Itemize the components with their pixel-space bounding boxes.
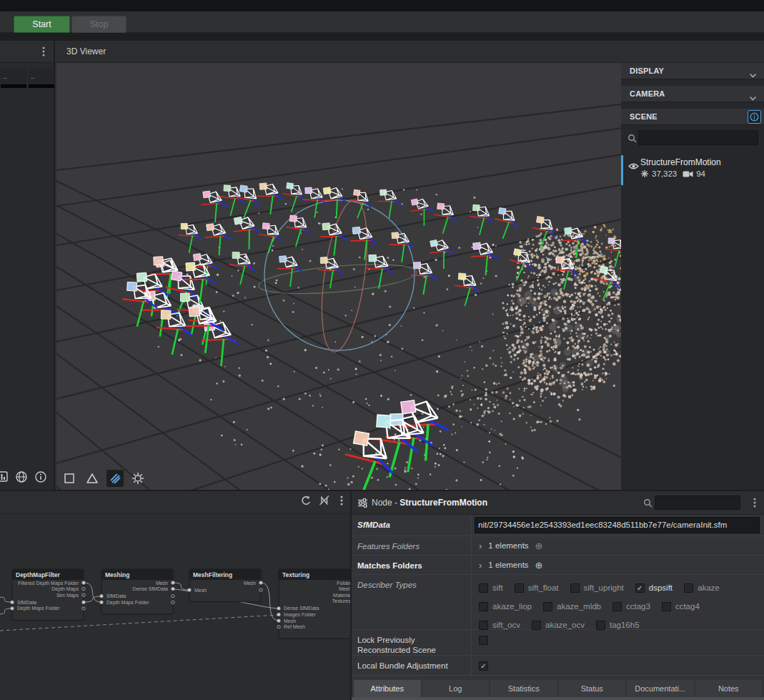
describer-label-akaze_mldb: akaze_mldb: [557, 602, 601, 611]
describer-checkbox-akaze_mldb[interactable]: [543, 602, 552, 611]
svg-text:Folder: Folder: [337, 581, 350, 586]
gallery-thumbnail[interactable]: --: [1, 69, 26, 88]
main-toolbar: Start Stop: [0, 11, 764, 33]
describer-checkbox-dspsift[interactable]: ✓: [635, 583, 645, 593]
stop-button[interactable]: Stop: [71, 16, 126, 33]
svg-text:Mesh: Mesh: [339, 586, 350, 591]
describer-label-akaze_ocv: akaze_ocv: [545, 621, 585, 629]
mesh-toggle-icon[interactable]: [84, 470, 101, 487]
add-element-icon[interactable]: ⊕: [535, 560, 543, 571]
svg-text:Depth Maps Folder: Depth Maps Folder: [17, 606, 60, 611]
texture-toggle-icon[interactable]: [106, 470, 124, 487]
image-metadata-icon[interactable]: [0, 470, 9, 486]
add-element-icon[interactable]: ⊕: [535, 541, 543, 551]
svg-text:Dense SfMData: Dense SfMData: [284, 606, 319, 611]
svg-text:Textures: Textures: [332, 598, 350, 603]
chevron-down-icon: [749, 69, 757, 82]
graph-menu-icon[interactable]: [337, 495, 346, 509]
tab-notes[interactable]: Notes: [695, 680, 763, 697]
start-button[interactable]: Start: [14, 16, 70, 33]
attribute-row-describer-types: Describer Types siftsift_floatsift_uprig…: [352, 575, 764, 630]
describer-checkbox-sift_upright[interactable]: [570, 583, 580, 593]
describer-checkbox-akaze[interactable]: [684, 583, 693, 593]
viewer-header: 3D Viewer: [56, 41, 764, 63]
scene-info-button[interactable]: [748, 110, 761, 124]
globe-icon[interactable]: [15, 470, 28, 486]
display-section-header[interactable]: DISPLAY: [621, 63, 764, 79]
graph-node-Meshing[interactable]: MeshingMeshDense SfMDataSfMDataDepth Map…: [100, 569, 174, 614]
describer-checkbox-cctag4[interactable]: [662, 602, 671, 611]
node-attribute-panel: Node - StructureFromMotion SfMData nit/2…: [350, 491, 764, 700]
describer-label-cctag3: cctag3: [626, 602, 650, 611]
attribute-row-lock-scene: Lock Previously Reconstructed Scene: [352, 630, 764, 656]
render-settings-icon[interactable]: [129, 470, 147, 487]
sfmdata-path-field[interactable]: nit/29734456e1e2543393ed1eec83248d511bb7…: [475, 517, 760, 533]
attribute-search-input[interactable]: [655, 496, 740, 510]
media-item-name: StructureFromMotion: [640, 157, 721, 167]
camera-section-header[interactable]: CAMERA: [621, 86, 764, 102]
attribute-row-features-folders: Features Folders › 1 elements ⊕: [352, 536, 764, 556]
expand-chevron-icon[interactable]: ›: [479, 541, 482, 551]
visibility-eye-icon[interactable]: [628, 160, 639, 173]
graph-node-MeshFiltering[interactable]: MeshFilteringMeshMesh: [188, 569, 262, 602]
describer-checkbox-cctag3[interactable]: [612, 602, 622, 611]
image-gallery-header: [0, 41, 54, 63]
svg-text:DepthMapFilter: DepthMapFilter: [16, 571, 61, 578]
describer-checkbox-sift[interactable]: [479, 583, 488, 593]
camera-section-label: CAMERA: [630, 89, 665, 98]
local-bundle-checkbox[interactable]: ✓: [479, 661, 488, 671]
svg-text:MeshFiltering: MeshFiltering: [193, 571, 232, 578]
svg-text:Dense SfMData: Dense SfMData: [133, 586, 169, 591]
lock-scene-checkbox[interactable]: [479, 636, 488, 645]
graph-node-DepthMapFilter[interactable]: DepthMapFilterFiltered Depth Maps Folder…: [11, 569, 85, 621]
attribute-row-matches-folders: Matches Folders › 1 elements ⊕: [352, 556, 764, 575]
describer-checkbox-akaze_liop[interactable]: [479, 602, 488, 611]
svg-text:Texturing: Texturing: [282, 571, 309, 578]
toolbar-gap: [0, 33, 764, 41]
graph-node-Texturing[interactable]: TexturingFolderMeshMaterialTexturesDense…: [277, 569, 350, 639]
describer-label-sift: sift: [492, 583, 503, 592]
3d-viewport[interactable]: [56, 63, 621, 490]
scene-section-header[interactable]: SCENE: [621, 109, 764, 125]
describer-checkbox-akaze_ocv[interactable]: [532, 621, 541, 630]
elements-count: 1 elements: [488, 541, 528, 550]
tab-log[interactable]: Log: [422, 680, 490, 697]
window-top-strip: [0, 0, 764, 11]
describer-label-sift_ocv: sift_ocv: [492, 621, 520, 629]
describer-checkbox-tag16h5[interactable]: [596, 621, 605, 630]
node-graph-canvas[interactable]: DepthMapFilterFiltered Depth Maps Folder…: [0, 514, 350, 700]
tune-icon: [357, 498, 368, 511]
attribute-row-sfmdata: SfMData nit/29734456e1e2543393ed1eec8324…: [352, 515, 764, 536]
thumbnail-status-strip: [1, 84, 26, 88]
describer-checkbox-sift_float[interactable]: [515, 583, 524, 593]
viewer-inspector-panel: DISPLAY CAMERA SCENE: [621, 63, 764, 490]
tab-statistics[interactable]: Statistics: [490, 680, 557, 697]
describer-checkbox-sift_ocv[interactable]: [479, 621, 488, 630]
gallery-menu-icon[interactable]: [39, 46, 48, 60]
cameras-count: 94: [696, 169, 705, 178]
attribute-menu-icon[interactable]: [750, 497, 759, 511]
media-item-stats: 37,323 94: [640, 169, 705, 178]
expand-chevron-icon[interactable]: ›: [479, 560, 482, 571]
describer-label-tag16h5: tag16h5: [610, 621, 640, 629]
3d-scene[interactable]: [56, 63, 621, 490]
gallery-thumbnail[interactable]: --: [29, 69, 54, 88]
auto-layout-off-icon[interactable]: [319, 495, 330, 509]
node-graph-panel: DepthMapFilterFiltered Depth Maps Folder…: [0, 491, 350, 700]
describer-label-cctag4: cctag4: [675, 602, 700, 611]
tab-status[interactable]: Status: [559, 680, 626, 697]
tab-documentati-[interactable]: Documentati...: [627, 680, 694, 697]
scene-search-input[interactable]: [638, 130, 758, 145]
thumbnail-label: --: [3, 74, 6, 81]
describer-types-checklist: siftsift_floatsift_upright✓dspsiftakazea…: [472, 575, 764, 634]
points-count: 37,323: [652, 169, 677, 178]
attribute-label: Features Folders: [352, 536, 472, 555]
describer-label-dspsift: dspsift: [649, 583, 673, 592]
media-item-structurefrommotion[interactable]: StructureFromMotion 37,323 94: [621, 155, 764, 185]
info-icon[interactable]: [34, 470, 47, 486]
wireframe-toggle-icon[interactable]: [61, 470, 78, 487]
svg-text:SfMData: SfMData: [106, 593, 126, 598]
tab-attributes[interactable]: Attributes: [354, 680, 421, 697]
attribute-label: Local Bundle Adjustment: [352, 656, 472, 675]
refresh-icon[interactable]: [300, 495, 312, 509]
